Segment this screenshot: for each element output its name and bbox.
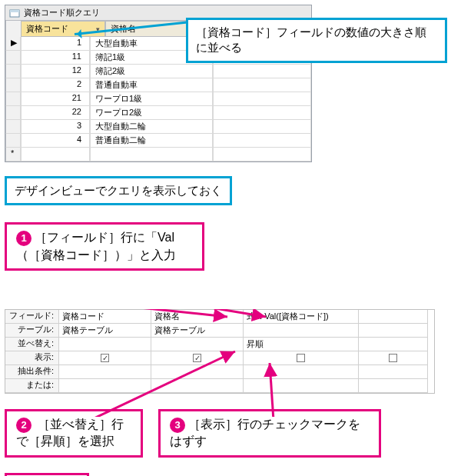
design-label: フィールド:	[5, 310, 59, 324]
table-row-new[interactable]: *	[5, 148, 311, 161]
design-cell[interactable]	[359, 351, 428, 365]
design-cell[interactable]	[359, 338, 428, 351]
cell-name[interactable]: 大型自動二輪	[90, 120, 213, 134]
cell-name[interactable]: 簿記2級	[90, 65, 213, 78]
tab-title[interactable]: 資格コード順クエリ	[24, 7, 100, 18]
table-row[interactable]: 2普通自動車	[5, 78, 311, 92]
cell-code[interactable]: 11	[21, 51, 90, 65]
design-cell[interactable]	[151, 379, 244, 393]
row-selector[interactable]	[5, 120, 21, 134]
cell-rest	[213, 148, 311, 161]
table-row[interactable]: 21ワープロ1級	[5, 92, 311, 106]
design-cell-sort[interactable]: 昇順	[244, 338, 359, 351]
checkbox-icon[interactable]: ✓	[101, 354, 109, 362]
design-cell[interactable]: 資格コード	[59, 310, 151, 324]
chevron-down-icon[interactable]: ▾	[96, 25, 100, 33]
cell-rest	[213, 92, 311, 106]
row-selector-header	[5, 21, 21, 37]
cell-name[interactable]	[90, 148, 213, 161]
design-cell[interactable]	[244, 379, 359, 393]
design-row-or: または:	[5, 379, 434, 393]
query-icon	[8, 7, 21, 19]
design-cell[interactable]	[244, 365, 359, 379]
cell-rest	[213, 65, 311, 78]
cell-name[interactable]: 普通自動車	[90, 78, 213, 92]
step3-text: ［表示］行のチェックマークをはずす	[170, 418, 360, 448]
design-cell[interactable]: ✓	[151, 351, 244, 365]
run-button[interactable]: ! 実行	[104, 473, 135, 476]
design-label: または:	[5, 379, 59, 393]
step2-text: ［並べ替え］行で［昇順］を選択	[16, 418, 124, 448]
row-selector[interactable]	[5, 92, 21, 106]
design-cell[interactable]	[359, 365, 428, 379]
cell-rest	[213, 78, 311, 92]
step1-text: ［フィールド］行に「Val（［資格コード］）」と入力	[16, 231, 176, 261]
step-number-icon: 2	[16, 418, 32, 433]
svg-rect-1	[10, 10, 19, 12]
row-selector[interactable]	[5, 134, 21, 148]
design-cell[interactable]: 資格名	[151, 310, 244, 324]
cell-name[interactable]: ワープロ1級	[90, 92, 213, 106]
design-cell[interactable]	[244, 351, 359, 365]
column-header-label: 資格名	[111, 23, 136, 35]
design-label: テーブル:	[5, 324, 59, 338]
design-cell[interactable]	[59, 338, 151, 351]
cell-code[interactable]: 3	[21, 120, 90, 134]
design-row-sort: 並べ替え: 昇順	[5, 338, 434, 351]
column-header-code[interactable]: 資格コード ▾	[21, 21, 105, 37]
design-label: 表示:	[5, 351, 59, 365]
exclamation-icon: !	[104, 473, 135, 476]
datasheet-window: 資格コード順クエリ 資格コード ▾ 資格名 ▾ ▶1大型自動車11簿記1級12簿…	[5, 5, 312, 162]
step-number-icon: 1	[16, 231, 32, 246]
checkbox-icon[interactable]	[389, 354, 397, 362]
design-grid-wrap: フィールド: 資格コード 資格名 式1: Val([資格コード]) テーブル: …	[5, 309, 456, 394]
design-cell[interactable]	[359, 379, 428, 393]
design-cell[interactable]	[59, 379, 151, 393]
design-cell[interactable]	[151, 338, 244, 351]
table-row[interactable]: 22ワープロ2級	[5, 106, 311, 120]
column-header-label: 資格コード	[26, 23, 68, 35]
row-selector[interactable]	[5, 78, 21, 92]
cell-code[interactable]: 21	[21, 92, 90, 106]
cell-rest	[213, 120, 311, 134]
design-label: 並べ替え:	[5, 338, 59, 351]
design-row-criteria: 抽出条件:	[5, 365, 434, 379]
cell-code[interactable]: 12	[21, 65, 90, 78]
new-row-marker: *	[5, 148, 21, 161]
cell-code[interactable]	[21, 148, 90, 161]
table-row[interactable]: 4普通自動二輪	[5, 134, 311, 148]
cell-code[interactable]: 1	[21, 37, 90, 51]
cell-name[interactable]: ワープロ2級	[90, 106, 213, 120]
design-cell[interactable]	[359, 310, 428, 324]
design-cell[interactable]: ✓	[59, 351, 151, 365]
design-cell[interactable]	[359, 324, 428, 338]
row-selector[interactable]	[5, 65, 21, 78]
design-cell[interactable]	[151, 365, 244, 379]
cell-name[interactable]: 普通自動二輪	[90, 134, 213, 148]
cell-code[interactable]: 22	[21, 106, 90, 120]
design-cell[interactable]: 式1: Val([資格コード])	[244, 310, 359, 324]
design-row-show: 表示: ✓ ✓	[5, 351, 434, 365]
step-number-icon: 3	[170, 418, 185, 433]
design-cell[interactable]	[244, 324, 359, 338]
cell-code[interactable]: 2	[21, 78, 90, 92]
callout-sort-explain: ［資格コード］フィールドの数値の大きさ順に並べる	[186, 18, 447, 63]
cell-code[interactable]: 4	[21, 134, 90, 148]
callout-text: デザインビューでクエリを表示しておく	[15, 184, 222, 197]
row-selector[interactable]	[5, 51, 21, 65]
table-row[interactable]: 3大型自動二輪	[5, 120, 311, 134]
design-cell[interactable]: 資格テーブル	[151, 324, 244, 338]
step2-box: 2 ［並べ替え］行で［昇順］を選択	[5, 409, 143, 458]
cell-rest	[213, 134, 311, 148]
checkbox-icon[interactable]: ✓	[193, 354, 201, 362]
row-selector[interactable]	[5, 106, 21, 120]
checkbox-icon[interactable]	[297, 354, 305, 362]
row-selector[interactable]: ▶	[5, 37, 21, 51]
callout-text: ［資格コード］フィールドの数値の大きさ順に並べる	[196, 25, 426, 54]
design-label: 抽出条件:	[5, 365, 59, 379]
design-cell[interactable]: 資格テーブル	[59, 324, 151, 338]
query-design-grid: フィールド: 資格コード 資格名 式1: Val([資格コード]) テーブル: …	[5, 309, 435, 394]
step3-box: 3［表示］行のチェックマークをはずす	[158, 409, 381, 458]
table-row[interactable]: 12簿記2級	[5, 65, 311, 78]
design-cell[interactable]	[59, 365, 151, 379]
